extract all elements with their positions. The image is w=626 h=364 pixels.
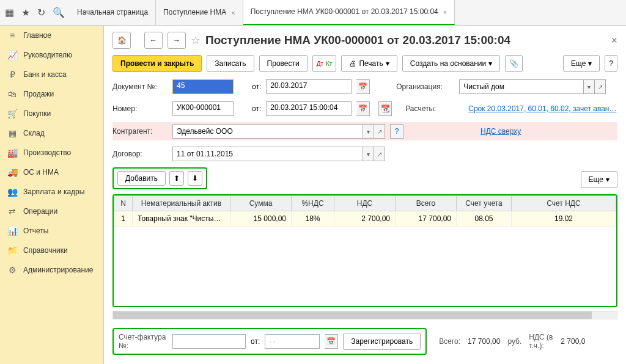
gear-icon: ⚙ bbox=[7, 265, 17, 275]
invoice-date-input[interactable]: . . bbox=[265, 334, 320, 349]
dropdown-icon[interactable]: ▾ bbox=[363, 147, 374, 161]
doc-num-input[interactable]: 45 bbox=[172, 79, 234, 94]
attach-button[interactable]: 📎 bbox=[505, 55, 523, 72]
favorite-icon[interactable]: ☆ bbox=[191, 34, 201, 47]
save-button[interactable]: Записать bbox=[207, 55, 254, 72]
calendar-icon[interactable]: 📅 bbox=[356, 79, 370, 94]
forward-button[interactable]: → bbox=[168, 32, 186, 49]
ruble-icon: ₽ bbox=[7, 70, 17, 79]
swap-icon: ⇄ bbox=[7, 206, 17, 216]
table-more-button[interactable]: Еще ▾ bbox=[581, 171, 617, 188]
print-button[interactable]: 🖨 Печать ▾ bbox=[341, 55, 397, 72]
sidebar-item-purchases[interactable]: 🛒Покупки bbox=[0, 104, 103, 123]
from-label: от: bbox=[252, 82, 261, 91]
org-combo[interactable]: Чистый дом▾↗ bbox=[459, 79, 606, 94]
folder-icon: 📁 bbox=[7, 246, 17, 255]
menu-icon: ≡ bbox=[7, 31, 17, 40]
invoice-label: Счет-фактура №: bbox=[119, 333, 168, 350]
open-icon[interactable]: ↗ bbox=[374, 125, 385, 138]
horizontal-scrollbar[interactable] bbox=[112, 311, 617, 319]
col-sum[interactable]: Сумма bbox=[230, 196, 292, 211]
apps-icon[interactable]: ▦ bbox=[5, 7, 14, 18]
register-button[interactable]: Зарегистрировать bbox=[343, 333, 421, 350]
calc-link[interactable]: Срок 20.03.2017, 60.01, 60.02, зачет ава… bbox=[468, 104, 616, 113]
back-button[interactable]: ← bbox=[144, 32, 163, 49]
doc-date-input[interactable]: 20.03.2017 bbox=[266, 79, 352, 94]
sidebar-item-warehouse[interactable]: ▦Склад bbox=[0, 123, 103, 143]
dt-kt-button[interactable]: ДтКт bbox=[312, 55, 337, 72]
invoice-from-label: от: bbox=[251, 337, 260, 346]
footer-total-label: Всего: bbox=[439, 337, 460, 346]
calendar-icon[interactable]: 📅 bbox=[356, 101, 370, 116]
sidebar-item-manager[interactable]: 📈Руководителю bbox=[0, 45, 103, 65]
sidebar-item-admin[interactable]: ⚙Администрирование bbox=[0, 260, 103, 280]
post-button[interactable]: Провести bbox=[259, 55, 307, 72]
sidebar-item-reports[interactable]: 📊Отчеты bbox=[0, 221, 103, 241]
open-icon[interactable]: ↗ bbox=[594, 80, 605, 93]
sidebar-item-operations[interactable]: ⇄Операции bbox=[0, 202, 103, 221]
move-up-button[interactable]: ⬆ bbox=[169, 171, 184, 186]
footer-vat: 2 700,0 bbox=[561, 337, 585, 346]
sidebar-item-payroll[interactable]: 👥Зарплата и кадры bbox=[0, 182, 103, 202]
tab-nma-list[interactable]: Поступление НМА× bbox=[156, 0, 243, 25]
vat-link[interactable]: НДС сверху bbox=[481, 127, 521, 136]
home-button[interactable]: 🏠 bbox=[112, 32, 131, 49]
bars-icon: 📊 bbox=[7, 226, 17, 236]
footer-vat-label: НДС (в т.ч.): bbox=[529, 333, 553, 350]
col-account[interactable]: Счет учета bbox=[457, 196, 512, 211]
factory-icon: 🏭 bbox=[7, 148, 17, 158]
open-icon[interactable]: ↗ bbox=[374, 147, 385, 161]
tab-nma-doc[interactable]: Поступление НМА УК00-000001 от 20.03.201… bbox=[243, 0, 455, 25]
sidebar: ≡Главное 📈Руководителю ₽Банк и касса 🛍Пр… bbox=[0, 26, 104, 364]
table-row[interactable]: 1 Товарный знак "Чисты… 15 000,00 18% 2 … bbox=[114, 211, 616, 227]
add-row-button[interactable]: Добавить bbox=[117, 171, 166, 186]
calendar-alt-icon[interactable]: 📆 bbox=[378, 101, 392, 116]
move-down-button[interactable]: ⬇ bbox=[188, 171, 202, 186]
sidebar-item-assets[interactable]: 🚚ОС и НМА bbox=[0, 162, 103, 182]
sidebar-item-sales[interactable]: 🛍Продажи bbox=[0, 84, 103, 104]
invoice-input[interactable] bbox=[172, 334, 246, 349]
star-icon[interactable]: ★ bbox=[21, 7, 30, 18]
people-icon: 👥 bbox=[7, 187, 17, 197]
create-based-button[interactable]: Создать на основании ▾ bbox=[402, 55, 501, 72]
more-button[interactable]: Еще ▾ bbox=[563, 55, 600, 72]
org-label: Организация: bbox=[396, 82, 454, 91]
sidebar-item-bank[interactable]: ₽Банк и касса bbox=[0, 65, 103, 84]
grid-icon: ▦ bbox=[7, 128, 17, 138]
help-small-icon[interactable]: ? bbox=[390, 124, 403, 139]
calc-label: Расчеты: bbox=[405, 104, 463, 113]
number-label: Номер: bbox=[112, 104, 168, 113]
sidebar-item-references[interactable]: 📁Справочники bbox=[0, 241, 103, 260]
truck-icon: 🚚 bbox=[7, 167, 17, 177]
footer-total: 17 700,00 bbox=[468, 337, 500, 346]
search-icon[interactable]: 🔍 bbox=[53, 7, 65, 18]
sidebar-item-main[interactable]: ≡Главное bbox=[0, 26, 103, 45]
counterparty-label: Контрагент: bbox=[112, 127, 168, 136]
close-page-icon[interactable]: × bbox=[611, 34, 617, 47]
tab-close-icon[interactable]: × bbox=[231, 9, 235, 16]
col-n[interactable]: N bbox=[114, 196, 133, 211]
dropdown-icon[interactable]: ▾ bbox=[363, 125, 374, 138]
col-asset[interactable]: Нематериальный актив bbox=[133, 196, 230, 211]
number-date-input[interactable]: 20.03.2017 15:00:04 bbox=[266, 101, 352, 116]
col-vatpct[interactable]: %НДС bbox=[292, 196, 334, 211]
tab-home[interactable]: Начальная страница bbox=[70, 0, 156, 25]
tab-close-icon[interactable]: × bbox=[443, 9, 447, 16]
counterparty-combo[interactable]: Эдельвейс ООО▾↗ bbox=[172, 124, 385, 139]
help-button[interactable]: ? bbox=[605, 55, 617, 72]
col-vat[interactable]: НДС bbox=[334, 196, 396, 211]
col-total[interactable]: Всего bbox=[396, 196, 457, 211]
contract-combo[interactable]: 11 от 01.11.2015▾↗ bbox=[172, 147, 385, 161]
doc-num-label: Документ №: bbox=[112, 82, 168, 91]
items-table: N Нематериальный актив Сумма %НДС НДС Вс… bbox=[112, 194, 617, 307]
cart-icon: 🛒 bbox=[7, 109, 17, 118]
number-input[interactable]: УК00-000001 bbox=[172, 101, 234, 116]
dropdown-icon[interactable]: ▾ bbox=[583, 80, 594, 93]
post-close-button[interactable]: Провести и закрыть bbox=[112, 55, 202, 72]
footer-currency: руб. bbox=[507, 337, 521, 346]
table-empty-area bbox=[114, 227, 616, 306]
calendar-icon[interactable]: 📅 bbox=[325, 334, 338, 349]
col-vataccount[interactable]: Счет НДС bbox=[512, 196, 616, 211]
history-icon[interactable]: ↻ bbox=[37, 7, 45, 18]
sidebar-item-production[interactable]: 🏭Производство bbox=[0, 143, 103, 162]
